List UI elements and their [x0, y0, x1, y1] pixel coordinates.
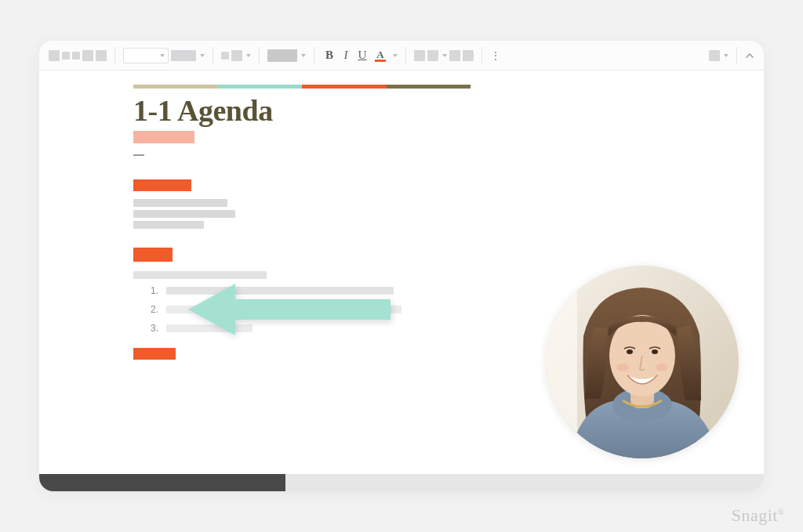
header-color-stripe [133, 85, 471, 89]
section-heading-highlight [133, 179, 191, 191]
section-heading-highlight [133, 248, 173, 262]
tool-btn[interactable] [72, 47, 80, 64]
dropdown-caret-icon[interactable] [246, 54, 251, 57]
svg-point-9 [616, 364, 629, 371]
formatting-toolbar: B I U A ⋮ [39, 41, 764, 71]
svg-marker-0 [188, 284, 391, 335]
highlight-color-swatch[interactable] [267, 49, 297, 62]
progress-remaining [285, 474, 764, 491]
text-placeholder [133, 271, 267, 279]
tool-btn[interactable] [414, 47, 425, 64]
italic-button[interactable]: I [339, 49, 353, 62]
dropdown-caret-icon[interactable] [200, 54, 205, 57]
tool-btn[interactable] [62, 47, 70, 64]
arrow-annotation[interactable] [188, 282, 392, 337]
tool-btn[interactable] [82, 47, 93, 64]
svg-point-7 [627, 349, 633, 354]
bold-button[interactable]: B [322, 49, 336, 62]
highlight-placeholder [133, 131, 194, 143]
more-button[interactable]: ⋮ [487, 49, 505, 62]
document-canvas[interactable]: 1-1 Agenda 1. 2. 3. [39, 71, 764, 491]
dropdown-caret-icon[interactable] [442, 54, 447, 57]
document-title[interactable]: 1-1 Agenda [133, 93, 764, 128]
tool-btn[interactable] [171, 47, 196, 64]
text-placeholder [133, 210, 235, 218]
underline-button[interactable]: U [355, 49, 369, 62]
tool-btn[interactable] [96, 47, 107, 64]
text-placeholder [133, 221, 204, 229]
tool-btn[interactable] [221, 47, 229, 64]
tool-btn[interactable] [463, 47, 474, 64]
dropdown-caret-icon[interactable] [724, 54, 729, 57]
tool-btn[interactable] [49, 47, 60, 64]
video-progress-bar[interactable] [39, 474, 764, 491]
progress-played [39, 474, 285, 491]
tool-btn[interactable] [427, 47, 438, 64]
app-window: B I U A ⋮ [39, 41, 764, 491]
font-color-button[interactable]: A [372, 48, 389, 63]
dropdown-caret-icon[interactable] [393, 54, 398, 57]
tool-btn[interactable] [231, 47, 242, 64]
collapse-toolbar-button[interactable] [742, 48, 758, 63]
webcam-overlay[interactable] [546, 266, 739, 458]
svg-point-8 [652, 349, 658, 354]
text-placeholder [133, 154, 144, 156]
style-dropdown[interactable] [123, 48, 169, 63]
text-placeholder [133, 199, 227, 207]
dropdown-caret-icon[interactable] [301, 54, 306, 57]
section-heading-highlight [133, 348, 176, 360]
tool-btn[interactable] [449, 47, 460, 64]
snagit-watermark: Snagit® [732, 505, 784, 526]
svg-point-10 [656, 364, 668, 371]
tool-btn[interactable] [709, 47, 720, 64]
